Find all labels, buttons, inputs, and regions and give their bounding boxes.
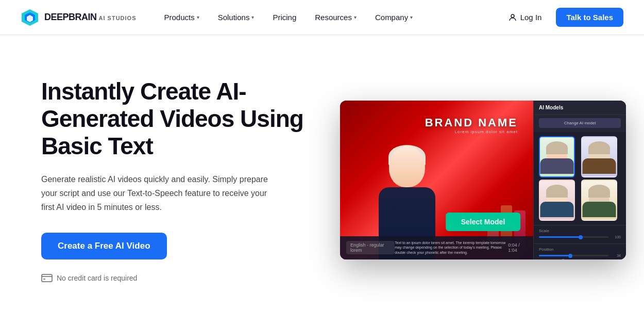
change-model-button[interactable]: Change AI model xyxy=(539,118,621,128)
chevron-down-icon: ▾ xyxy=(410,14,413,20)
model-thumb-1[interactable] xyxy=(539,136,575,177)
user-icon xyxy=(508,13,517,22)
navbar-left: DEEPBRAIN AI STUDIOS Products ▾ Solution… xyxy=(21,8,420,27)
cta-section: Create a Free AI Video No credit card is… xyxy=(41,233,309,282)
studio-mockup: BRAND NAME Lorem ipsum dolor sit amet xyxy=(340,101,626,259)
logo[interactable]: DEEPBRAIN AI STUDIOS xyxy=(21,8,136,27)
script-text: Text to an ipsum dolor lorem sit amet. T… xyxy=(395,240,508,255)
mockup-panel: AI Models Change AI model xyxy=(533,101,626,259)
nav-item-pricing[interactable]: Pricing xyxy=(265,9,303,26)
time-display: 0:04 / 1:04 xyxy=(508,242,527,253)
select-model-button[interactable]: Select Model xyxy=(446,213,521,231)
hero-title: Instantly Create AI-Generated Videos Usi… xyxy=(41,78,309,160)
login-button[interactable]: Log In xyxy=(502,9,548,26)
chevron-down-icon: ▾ xyxy=(354,14,357,20)
model-thumb-2[interactable] xyxy=(581,136,617,177)
brand-sub-label: Lorem ipsum dolor sit amet xyxy=(425,129,518,134)
position-x-slider[interactable]: 34 xyxy=(539,254,621,257)
credit-card-icon xyxy=(41,274,53,282)
model-grid xyxy=(534,132,626,225)
create-free-video-button[interactable]: Create a Free AI Video xyxy=(41,233,167,259)
brand-overlay: BRAND NAME Lorem ipsum dolor sit amet xyxy=(425,116,518,134)
nav-item-products[interactable]: Products ▾ xyxy=(157,9,206,26)
position-y-slider[interactable]: 21 xyxy=(539,259,621,259)
chevron-down-icon: ▾ xyxy=(197,14,199,20)
talk-to-sales-button[interactable]: Talk to Sales xyxy=(556,8,623,27)
brand-name: DEEPBRAIN xyxy=(44,12,97,23)
svg-point-3 xyxy=(511,14,514,18)
scale-slider[interactable]: 100 xyxy=(539,235,621,239)
nav-item-solutions[interactable]: Solutions ▾ xyxy=(211,9,262,26)
language-label: English - regular lorem xyxy=(346,241,395,254)
nav-item-company[interactable]: Company ▾ xyxy=(368,9,420,26)
hero-description: Generate realistic AI videos quickly and… xyxy=(41,172,278,215)
brand-name-label: BRAND NAME xyxy=(425,116,518,129)
navbar: DEEPBRAIN AI STUDIOS Products ▾ Solution… xyxy=(0,0,644,35)
panel-scale-section: Scale 100 xyxy=(534,225,626,243)
navbar-right: Log In Talk to Sales xyxy=(502,8,623,27)
chevron-down-icon: ▾ xyxy=(251,14,254,20)
presenter-head xyxy=(389,146,425,187)
nav-item-resources[interactable]: Resources ▾ xyxy=(308,9,364,26)
hero-left: Instantly Create AI-Generated Videos Usi… xyxy=(41,78,309,282)
main-content: Instantly Create AI-Generated Videos Usi… xyxy=(0,35,644,325)
no-credit-card-notice: No credit card is required xyxy=(41,274,309,282)
svg-rect-4 xyxy=(42,274,52,282)
model-thumb-4[interactable] xyxy=(581,180,617,221)
logo-icon xyxy=(21,8,39,27)
hero-right: BRAND NAME Lorem ipsum dolor sit amet xyxy=(340,101,626,259)
mockup-text-bar: English - regular lorem Text to an ipsum… xyxy=(340,236,533,259)
mockup-video-area: BRAND NAME Lorem ipsum dolor sit amet xyxy=(340,101,533,259)
panel-change-model: Change AI model xyxy=(534,115,626,132)
brand-subtitle: AI STUDIOS xyxy=(99,15,137,21)
logo-text: DEEPBRAIN AI STUDIOS xyxy=(44,12,136,23)
model-thumb-3[interactable] xyxy=(539,180,575,221)
nav-links: Products ▾ Solutions ▾ Pricing Resources… xyxy=(157,9,420,26)
panel-position-section: Position 34 21 xyxy=(534,243,626,259)
panel-header: AI Models xyxy=(534,101,626,115)
